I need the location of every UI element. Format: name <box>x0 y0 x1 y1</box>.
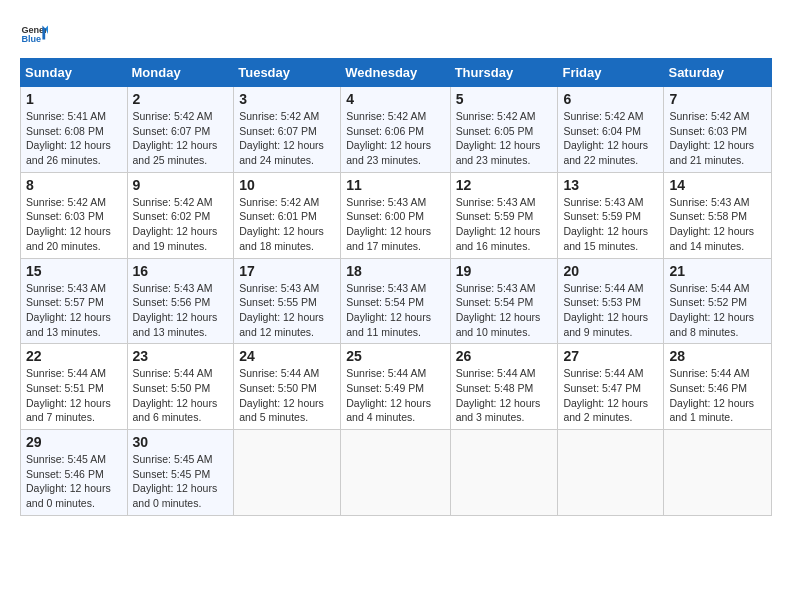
calendar-cell: 28Sunrise: 5:44 AMSunset: 5:46 PMDayligh… <box>664 344 772 430</box>
calendar-week-row: 22Sunrise: 5:44 AMSunset: 5:51 PMDayligh… <box>21 344 772 430</box>
day-number: 5 <box>456 91 553 107</box>
day-info: Sunrise: 5:44 AMSunset: 5:50 PMDaylight:… <box>133 366 229 425</box>
day-number: 19 <box>456 263 553 279</box>
day-number: 30 <box>133 434 229 450</box>
day-info: Sunrise: 5:45 AMSunset: 5:45 PMDaylight:… <box>133 452 229 511</box>
calendar-cell <box>450 430 558 516</box>
calendar-cell <box>664 430 772 516</box>
day-info: Sunrise: 5:42 AMSunset: 6:03 PMDaylight:… <box>669 109 766 168</box>
calendar-table: SundayMondayTuesdayWednesdayThursdayFrid… <box>20 58 772 516</box>
day-info: Sunrise: 5:43 AMSunset: 5:54 PMDaylight:… <box>346 281 444 340</box>
page-header: General Blue <box>20 20 772 48</box>
day-info: Sunrise: 5:43 AMSunset: 5:59 PMDaylight:… <box>563 195 658 254</box>
calendar-cell: 12Sunrise: 5:43 AMSunset: 5:59 PMDayligh… <box>450 172 558 258</box>
day-number: 22 <box>26 348 122 364</box>
day-info: Sunrise: 5:44 AMSunset: 5:52 PMDaylight:… <box>669 281 766 340</box>
day-info: Sunrise: 5:42 AMSunset: 6:02 PMDaylight:… <box>133 195 229 254</box>
calendar-cell: 5Sunrise: 5:42 AMSunset: 6:05 PMDaylight… <box>450 87 558 173</box>
calendar-cell: 13Sunrise: 5:43 AMSunset: 5:59 PMDayligh… <box>558 172 664 258</box>
calendar-cell: 9Sunrise: 5:42 AMSunset: 6:02 PMDaylight… <box>127 172 234 258</box>
day-info: Sunrise: 5:43 AMSunset: 5:57 PMDaylight:… <box>26 281 122 340</box>
day-number: 21 <box>669 263 766 279</box>
weekday-header-tuesday: Tuesday <box>234 59 341 87</box>
calendar-cell: 7Sunrise: 5:42 AMSunset: 6:03 PMDaylight… <box>664 87 772 173</box>
weekday-header-sunday: Sunday <box>21 59 128 87</box>
weekday-header-row: SundayMondayTuesdayWednesdayThursdayFrid… <box>21 59 772 87</box>
svg-text:Blue: Blue <box>21 34 41 44</box>
day-info: Sunrise: 5:43 AMSunset: 5:56 PMDaylight:… <box>133 281 229 340</box>
day-info: Sunrise: 5:44 AMSunset: 5:51 PMDaylight:… <box>26 366 122 425</box>
day-info: Sunrise: 5:42 AMSunset: 6:03 PMDaylight:… <box>26 195 122 254</box>
day-info: Sunrise: 5:42 AMSunset: 6:07 PMDaylight:… <box>239 109 335 168</box>
calendar-cell: 14Sunrise: 5:43 AMSunset: 5:58 PMDayligh… <box>664 172 772 258</box>
calendar-cell: 22Sunrise: 5:44 AMSunset: 5:51 PMDayligh… <box>21 344 128 430</box>
weekday-header-saturday: Saturday <box>664 59 772 87</box>
calendar-cell: 18Sunrise: 5:43 AMSunset: 5:54 PMDayligh… <box>341 258 450 344</box>
logo: General Blue <box>20 20 48 48</box>
calendar-cell: 24Sunrise: 5:44 AMSunset: 5:50 PMDayligh… <box>234 344 341 430</box>
day-info: Sunrise: 5:42 AMSunset: 6:05 PMDaylight:… <box>456 109 553 168</box>
day-number: 20 <box>563 263 658 279</box>
day-number: 23 <box>133 348 229 364</box>
calendar-cell: 25Sunrise: 5:44 AMSunset: 5:49 PMDayligh… <box>341 344 450 430</box>
logo-icon: General Blue <box>20 20 48 48</box>
calendar-cell: 15Sunrise: 5:43 AMSunset: 5:57 PMDayligh… <box>21 258 128 344</box>
day-info: Sunrise: 5:43 AMSunset: 5:59 PMDaylight:… <box>456 195 553 254</box>
day-number: 17 <box>239 263 335 279</box>
calendar-cell: 19Sunrise: 5:43 AMSunset: 5:54 PMDayligh… <box>450 258 558 344</box>
calendar-cell <box>341 430 450 516</box>
calendar-cell: 11Sunrise: 5:43 AMSunset: 6:00 PMDayligh… <box>341 172 450 258</box>
day-number: 29 <box>26 434 122 450</box>
day-info: Sunrise: 5:43 AMSunset: 5:58 PMDaylight:… <box>669 195 766 254</box>
day-info: Sunrise: 5:43 AMSunset: 6:00 PMDaylight:… <box>346 195 444 254</box>
day-number: 2 <box>133 91 229 107</box>
calendar-cell: 27Sunrise: 5:44 AMSunset: 5:47 PMDayligh… <box>558 344 664 430</box>
calendar-cell: 16Sunrise: 5:43 AMSunset: 5:56 PMDayligh… <box>127 258 234 344</box>
day-info: Sunrise: 5:44 AMSunset: 5:50 PMDaylight:… <box>239 366 335 425</box>
day-info: Sunrise: 5:41 AMSunset: 6:08 PMDaylight:… <box>26 109 122 168</box>
calendar-cell: 23Sunrise: 5:44 AMSunset: 5:50 PMDayligh… <box>127 344 234 430</box>
day-number: 28 <box>669 348 766 364</box>
day-info: Sunrise: 5:44 AMSunset: 5:46 PMDaylight:… <box>669 366 766 425</box>
day-number: 10 <box>239 177 335 193</box>
calendar-cell: 6Sunrise: 5:42 AMSunset: 6:04 PMDaylight… <box>558 87 664 173</box>
calendar-week-row: 15Sunrise: 5:43 AMSunset: 5:57 PMDayligh… <box>21 258 772 344</box>
calendar-cell: 26Sunrise: 5:44 AMSunset: 5:48 PMDayligh… <box>450 344 558 430</box>
day-number: 15 <box>26 263 122 279</box>
day-number: 11 <box>346 177 444 193</box>
day-number: 9 <box>133 177 229 193</box>
weekday-header-monday: Monday <box>127 59 234 87</box>
day-info: Sunrise: 5:44 AMSunset: 5:47 PMDaylight:… <box>563 366 658 425</box>
day-number: 3 <box>239 91 335 107</box>
day-info: Sunrise: 5:44 AMSunset: 5:49 PMDaylight:… <box>346 366 444 425</box>
day-info: Sunrise: 5:44 AMSunset: 5:48 PMDaylight:… <box>456 366 553 425</box>
day-info: Sunrise: 5:43 AMSunset: 5:54 PMDaylight:… <box>456 281 553 340</box>
day-info: Sunrise: 5:44 AMSunset: 5:53 PMDaylight:… <box>563 281 658 340</box>
calendar-cell: 2Sunrise: 5:42 AMSunset: 6:07 PMDaylight… <box>127 87 234 173</box>
day-number: 13 <box>563 177 658 193</box>
calendar-cell: 8Sunrise: 5:42 AMSunset: 6:03 PMDaylight… <box>21 172 128 258</box>
day-number: 16 <box>133 263 229 279</box>
calendar-cell: 10Sunrise: 5:42 AMSunset: 6:01 PMDayligh… <box>234 172 341 258</box>
calendar-cell: 4Sunrise: 5:42 AMSunset: 6:06 PMDaylight… <box>341 87 450 173</box>
weekday-header-thursday: Thursday <box>450 59 558 87</box>
calendar-week-row: 8Sunrise: 5:42 AMSunset: 6:03 PMDaylight… <box>21 172 772 258</box>
day-info: Sunrise: 5:42 AMSunset: 6:06 PMDaylight:… <box>346 109 444 168</box>
weekday-header-wednesday: Wednesday <box>341 59 450 87</box>
calendar-cell <box>558 430 664 516</box>
weekday-header-friday: Friday <box>558 59 664 87</box>
day-number: 24 <box>239 348 335 364</box>
calendar-cell: 1Sunrise: 5:41 AMSunset: 6:08 PMDaylight… <box>21 87 128 173</box>
calendar-cell: 20Sunrise: 5:44 AMSunset: 5:53 PMDayligh… <box>558 258 664 344</box>
day-number: 7 <box>669 91 766 107</box>
day-info: Sunrise: 5:43 AMSunset: 5:55 PMDaylight:… <box>239 281 335 340</box>
day-info: Sunrise: 5:45 AMSunset: 5:46 PMDaylight:… <box>26 452 122 511</box>
calendar-cell: 30Sunrise: 5:45 AMSunset: 5:45 PMDayligh… <box>127 430 234 516</box>
day-number: 25 <box>346 348 444 364</box>
calendar-week-row: 29Sunrise: 5:45 AMSunset: 5:46 PMDayligh… <box>21 430 772 516</box>
calendar-cell: 17Sunrise: 5:43 AMSunset: 5:55 PMDayligh… <box>234 258 341 344</box>
day-number: 8 <box>26 177 122 193</box>
day-info: Sunrise: 5:42 AMSunset: 6:01 PMDaylight:… <box>239 195 335 254</box>
day-number: 18 <box>346 263 444 279</box>
day-number: 27 <box>563 348 658 364</box>
